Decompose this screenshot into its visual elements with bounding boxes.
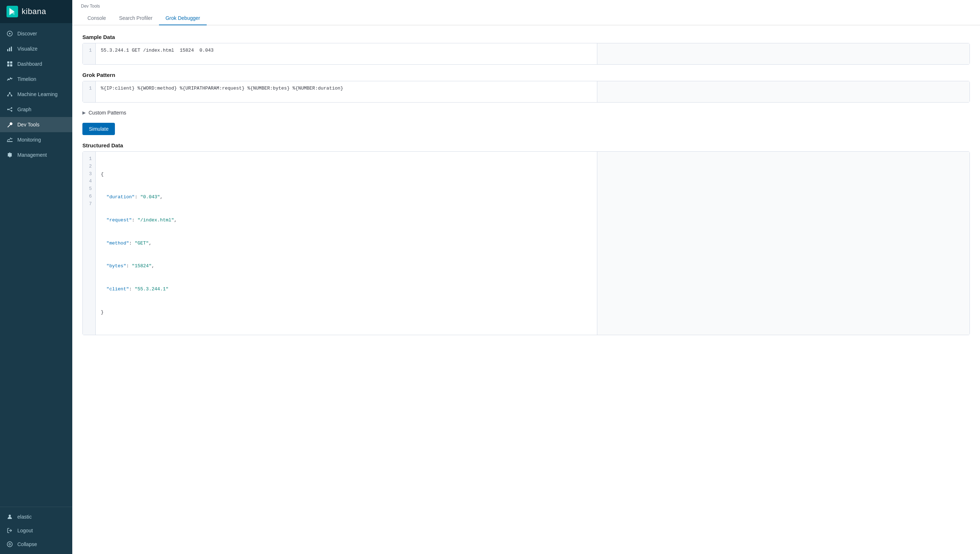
svg-rect-5 bbox=[11, 46, 12, 51]
svg-rect-3 bbox=[7, 49, 8, 51]
simulate-button[interactable]: Simulate bbox=[82, 123, 115, 135]
svg-rect-20 bbox=[7, 141, 13, 142]
app-name-label: kibana bbox=[22, 7, 46, 16]
page-header: Dev Tools Console Search Profiler Grok D… bbox=[72, 0, 980, 25]
sidebar-item-graph[interactable]: Graph bbox=[0, 102, 72, 117]
svg-point-10 bbox=[9, 92, 11, 94]
svg-point-15 bbox=[7, 109, 9, 110]
json-line-4: "method": "GET", bbox=[101, 239, 592, 247]
gear-icon bbox=[6, 152, 13, 158]
logout-label: Logout bbox=[18, 528, 33, 533]
json-line-3: "request": "/index.html", bbox=[101, 217, 592, 224]
dashboard-icon bbox=[6, 60, 13, 67]
sample-data-editor: 1 55.3.244.1 GET /index.html 15824 0.043 bbox=[82, 43, 970, 65]
svg-point-21 bbox=[9, 515, 11, 517]
structured-data-gutter: 1 2 3 4 5 6 7 bbox=[83, 152, 96, 335]
collapse-icon bbox=[6, 541, 13, 548]
breadcrumb: Dev Tools bbox=[81, 3, 971, 9]
structured-data-label: Structured Data bbox=[82, 142, 970, 148]
graph-label: Graph bbox=[18, 107, 32, 112]
sidebar-item-collapse[interactable]: Collapse bbox=[0, 537, 72, 551]
bar-chart-icon bbox=[6, 46, 13, 52]
sidebar-item-visualize[interactable]: Visualize bbox=[0, 41, 72, 56]
structured-data-right-pane bbox=[597, 152, 969, 335]
svg-point-16 bbox=[11, 107, 12, 109]
graph-icon bbox=[6, 106, 13, 113]
dev-tools-label: Dev Tools bbox=[18, 122, 39, 127]
svg-line-13 bbox=[8, 94, 10, 95]
json-line-5: "bytes": "15824", bbox=[101, 262, 592, 270]
grok-pattern-gutter: 1 bbox=[83, 81, 96, 102]
tab-grok-debugger[interactable]: Grok Debugger bbox=[159, 11, 207, 25]
sidebar-item-timelion[interactable]: Timelion bbox=[0, 72, 72, 87]
tab-console[interactable]: Console bbox=[81, 11, 112, 25]
monitoring-icon bbox=[6, 137, 13, 143]
svg-line-14 bbox=[10, 94, 11, 95]
sample-data-right-pane bbox=[597, 43, 969, 64]
svg-rect-6 bbox=[7, 61, 10, 64]
json-line-7: } bbox=[101, 309, 592, 316]
timelion-label: Timelion bbox=[18, 76, 36, 82]
tab-search-profiler[interactable]: Search Profiler bbox=[112, 11, 159, 25]
dashboard-label: Dashboard bbox=[18, 61, 42, 67]
svg-point-11 bbox=[7, 95, 9, 96]
grok-pattern-editor: 1 %{IP:client} %{WORD:method} %{URIPATHP… bbox=[82, 81, 970, 103]
wrench-icon bbox=[6, 121, 13, 128]
compass-icon bbox=[6, 30, 13, 37]
svg-line-18 bbox=[9, 108, 11, 110]
sidebar-item-dashboard[interactable]: Dashboard bbox=[0, 56, 72, 72]
sidebar-item-discover[interactable]: Discover bbox=[0, 26, 72, 41]
grok-pattern-label: Grok Pattern bbox=[82, 72, 970, 78]
structured-data-output: 1 2 3 4 5 6 7 { "duration": "0.043", "re… bbox=[82, 151, 970, 335]
sample-data-input[interactable]: 55.3.244.1 GET /index.html 15824 0.043 bbox=[96, 43, 597, 64]
sample-data-label: Sample Data bbox=[82, 34, 970, 40]
sidebar-item-monitoring[interactable]: Monitoring bbox=[0, 132, 72, 147]
grok-debugger-content: Sample Data 1 55.3.244.1 GET /index.html… bbox=[72, 25, 980, 554]
grok-pattern-right-pane bbox=[597, 81, 969, 102]
custom-patterns-section[interactable]: ▶ Custom Patterns bbox=[82, 110, 970, 116]
management-label: Management bbox=[18, 152, 47, 158]
sidebar-bottom: elastic Logout Collapse bbox=[0, 507, 72, 554]
monitoring-label: Monitoring bbox=[18, 137, 41, 143]
svg-rect-4 bbox=[9, 48, 10, 51]
logout-icon bbox=[6, 527, 13, 534]
chevron-right-icon: ▶ bbox=[82, 110, 86, 115]
svg-line-19 bbox=[9, 110, 11, 110]
svg-point-2 bbox=[9, 33, 11, 34]
custom-patterns-label: Custom Patterns bbox=[89, 110, 126, 116]
nav-menu: Discover Visualize Dashboard Timelion bbox=[0, 23, 72, 507]
collapse-label: Collapse bbox=[18, 541, 37, 547]
svg-point-17 bbox=[11, 110, 12, 111]
grok-pattern-input[interactable]: %{IP:client} %{WORD:method} %{URIPATHPAR… bbox=[96, 81, 597, 102]
svg-point-22 bbox=[7, 542, 12, 547]
visualize-label: Visualize bbox=[18, 46, 38, 52]
logo-area[interactable]: kibana bbox=[0, 0, 72, 23]
user-icon bbox=[6, 514, 13, 520]
main-content: Dev Tools Console Search Profiler Grok D… bbox=[72, 0, 980, 554]
ml-icon bbox=[6, 91, 13, 97]
sample-data-gutter: 1 bbox=[83, 43, 96, 64]
json-line-6: "client": "55.3.244.1" bbox=[101, 285, 592, 293]
sidebar-item-user[interactable]: elastic bbox=[0, 510, 72, 524]
sidebar-item-management[interactable]: Management bbox=[0, 147, 72, 162]
sidebar-item-machine-learning[interactable]: Machine Learning bbox=[0, 87, 72, 102]
machine-learning-label: Machine Learning bbox=[18, 91, 57, 97]
structured-data-json: { "duration": "0.043", "request": "/inde… bbox=[96, 152, 597, 335]
sidebar-item-dev-tools[interactable]: Dev Tools bbox=[0, 117, 72, 132]
tab-bar: Console Search Profiler Grok Debugger bbox=[81, 11, 971, 25]
timelion-icon bbox=[6, 76, 13, 82]
sidebar: kibana Discover Visualize Dashboard bbox=[0, 0, 72, 554]
svg-rect-7 bbox=[10, 61, 12, 64]
svg-rect-8 bbox=[7, 64, 10, 67]
svg-point-12 bbox=[11, 95, 12, 96]
user-label: elastic bbox=[18, 514, 32, 520]
svg-rect-9 bbox=[10, 64, 12, 67]
kibana-logo-icon bbox=[6, 6, 18, 18]
sidebar-item-logout[interactable]: Logout bbox=[0, 524, 72, 537]
json-line-2: "duration": "0.043", bbox=[101, 193, 592, 201]
json-line-1: { bbox=[101, 170, 592, 178]
discover-label: Discover bbox=[18, 31, 37, 37]
